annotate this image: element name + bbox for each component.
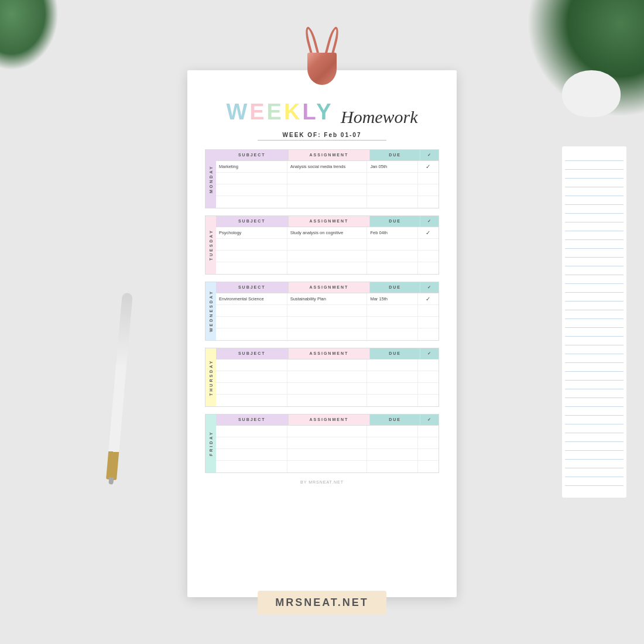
cell-due (367, 449, 417, 460)
cell-check (418, 239, 439, 250)
cell-assignment (287, 426, 368, 437)
table-row (216, 437, 439, 449)
header-assignment: ASSIGNMENT (289, 216, 371, 227)
header-assignment: ASSIGNMENT (289, 150, 371, 160)
cell-assignment (287, 461, 368, 472)
cell-subject (216, 383, 287, 394)
table-row (216, 196, 439, 208)
cell-subject (216, 449, 287, 460)
cell-subject (216, 359, 287, 371)
day-section-tuesday: TUESDAYSUBJECTASSIGNMENTDUE✓PsychologySt… (205, 215, 439, 275)
cell-subject (216, 461, 287, 472)
cell-check (418, 196, 439, 208)
table-row (216, 184, 439, 196)
cell-check (418, 359, 439, 371)
cell-due: Feb 04th (367, 227, 417, 238)
plant-pot (562, 70, 621, 117)
cell-check (418, 317, 439, 328)
day-section-wednesday: WEDNESDAYSUBJECTASSIGNMENTDUE✓Environmen… (205, 282, 439, 341)
cell-check (418, 449, 439, 460)
header-check: ✓ (420, 150, 439, 160)
clip-body (307, 53, 337, 85)
letter-e1: E (249, 100, 266, 124)
table-header-row: SUBJECTASSIGNMENTDUE✓ (216, 348, 439, 359)
table-row (216, 305, 439, 317)
header-due: DUE (370, 282, 420, 293)
cell-check (418, 262, 439, 274)
footer-credit: BY MRSNEAT.NET (205, 480, 439, 484)
cell-check (418, 328, 439, 340)
cell-due (367, 426, 417, 437)
header-check: ✓ (420, 348, 439, 359)
cell-subject (216, 251, 287, 262)
cell-due (367, 251, 417, 262)
header-assignment: ASSIGNMENT (289, 348, 371, 359)
table-row (216, 461, 439, 472)
cell-due (367, 184, 417, 196)
cell-due (367, 173, 417, 184)
table-row (216, 173, 439, 184)
cell-assignment: Sustainability Plan (287, 293, 368, 304)
letter-k: K (284, 100, 302, 124)
cell-check: ✓ (418, 227, 439, 238)
cell-assignment (287, 449, 368, 460)
day-label-tuesday: TUESDAY (205, 216, 216, 274)
cell-assignment (287, 371, 368, 382)
header-check: ✓ (420, 415, 439, 425)
cell-subject (216, 328, 287, 340)
cell-assignment (287, 359, 368, 371)
header-subject: SUBJECT (216, 216, 289, 227)
cell-subject (216, 305, 287, 316)
cell-check (418, 461, 439, 472)
bottom-brand-bar: MRSNEAT.NET (258, 591, 386, 615)
table-row (216, 251, 439, 262)
letter-w: W (226, 100, 249, 124)
homework-label: Homework (341, 107, 418, 127)
header-due: DUE (370, 150, 420, 160)
letter-e2: E (267, 100, 284, 124)
cell-due: Mar 15th (367, 293, 417, 304)
cell-subject (216, 437, 287, 448)
header-subject: SUBJECT (216, 415, 289, 425)
header-due: DUE (370, 216, 420, 227)
day-content-wednesday: SUBJECTASSIGNMENTDUE✓Environmental Scien… (216, 282, 439, 340)
cell-assignment: Study analysis on cognitive (287, 227, 368, 238)
cell-check: ✓ (418, 293, 439, 304)
table-row: PsychologyStudy analysis on cognitiveFeb… (216, 227, 439, 239)
scene: WEEKLY Homework WEEK OF: Feb 01-07 MONDA… (0, 0, 644, 644)
cell-assignment (287, 395, 368, 406)
cell-check (418, 251, 439, 262)
cell-subject (216, 184, 287, 196)
day-section-monday: MONDAYSUBJECTASSIGNMENTDUE✓MarketingAnal… (205, 149, 439, 208)
header-due: DUE (370, 415, 420, 425)
table-header-row: SUBJECTASSIGNMENTDUE✓ (216, 150, 439, 161)
cell-check (418, 184, 439, 196)
table-row (216, 449, 439, 461)
day-content-tuesday: SUBJECTASSIGNMENTDUE✓PsychologyStudy ana… (216, 216, 439, 274)
cell-check (418, 426, 439, 437)
table-row (216, 371, 439, 383)
cell-check (418, 305, 439, 316)
table-header-row: SUBJECTASSIGNMENTDUE✓ (216, 216, 439, 227)
cell-due (367, 437, 417, 448)
cell-assignment (287, 184, 368, 196)
week-of-label: WEEK OF: (283, 132, 321, 138)
cell-subject (216, 196, 287, 208)
cell-assignment (287, 251, 368, 262)
cell-subject (216, 262, 287, 274)
cell-assignment (287, 383, 368, 394)
notebook-decoration (562, 146, 626, 498)
cell-subject (216, 395, 287, 406)
day-label-thursday: THURSDAY (205, 348, 216, 406)
table-row (216, 359, 439, 371)
day-section-friday: FRIDAYSUBJECTASSIGNMENTDUE✓ (205, 414, 439, 473)
cell-due (367, 305, 417, 316)
cell-assignment (287, 262, 368, 274)
pen-decoration (106, 293, 133, 480)
header-assignment: ASSIGNMENT (289, 415, 371, 425)
cell-subject (216, 239, 287, 250)
header-check: ✓ (420, 282, 439, 293)
cell-due: Jan 05th (367, 161, 417, 172)
plant-decoration-left (0, 0, 59, 70)
cell-assignment: Analysis social media trends (287, 161, 368, 172)
